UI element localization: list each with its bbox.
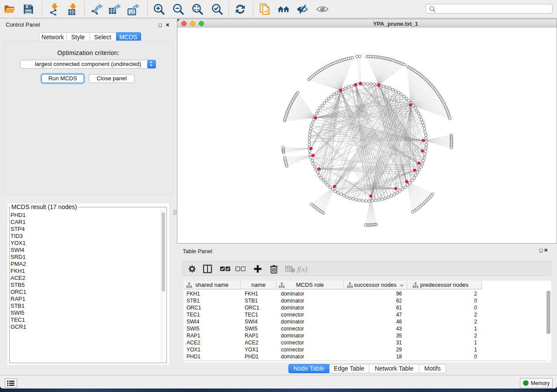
svg-text:f(x): f(x): [297, 265, 308, 273]
